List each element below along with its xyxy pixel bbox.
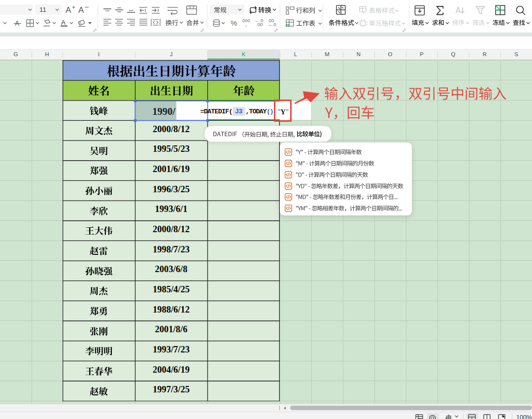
svg-text:A: A — [61, 19, 66, 26]
